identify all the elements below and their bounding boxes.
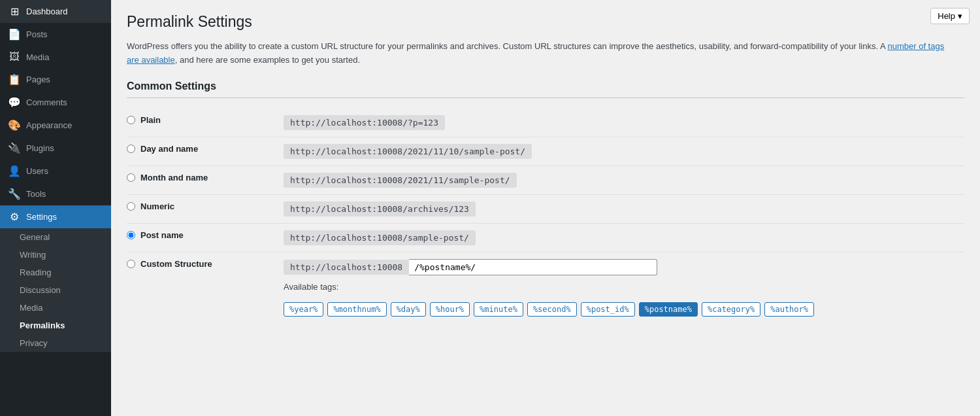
option-value-post-name: http://localhost:10008/sample-post/ bbox=[284, 230, 476, 245]
tag-btn-postname[interactable]: %postname% bbox=[639, 302, 698, 317]
sidebar-item-tools[interactable]: 🔧Tools bbox=[0, 182, 111, 205]
posts-icon: 📄 bbox=[8, 28, 21, 41]
tag-btn-category[interactable]: %category% bbox=[702, 302, 760, 317]
plugins-icon: 🔌 bbox=[8, 142, 21, 154]
tag-btn-monthnum[interactable]: %monthnum% bbox=[327, 302, 386, 317]
option-label-text-plain: Plain bbox=[140, 115, 161, 125]
sidebar-item-label: Users bbox=[26, 166, 48, 176]
main-content: Help ▾ Permalink Settings WordPress offe… bbox=[111, 0, 980, 416]
option-label-text-numeric: Numeric bbox=[140, 201, 174, 211]
option-value-numeric: http://localhost:10008/archives/123 bbox=[284, 201, 476, 217]
option-row-month-and-name: Month and name http://localhost:10008/20… bbox=[127, 166, 964, 195]
chevron-down-icon: ▾ bbox=[958, 11, 962, 21]
tools-icon: 🔧 bbox=[8, 188, 21, 200]
custom-base-url: http://localhost:10008 bbox=[284, 260, 409, 275]
tag-btn-minute[interactable]: %minute% bbox=[474, 302, 523, 317]
radio-day-and-name[interactable] bbox=[127, 145, 135, 153]
option-row-plain: Plain http://localhost:10008/?p=123 bbox=[127, 109, 964, 137]
option-label-text-post-name: Post name bbox=[140, 230, 184, 240]
help-button[interactable]: Help ▾ bbox=[930, 8, 970, 24]
custom-structure-input[interactable] bbox=[409, 259, 657, 275]
sidebar-item-posts[interactable]: 📄Posts bbox=[0, 23, 111, 46]
common-settings-title: Common Settings bbox=[127, 80, 964, 98]
tag-btn-year[interactable]: %year% bbox=[284, 302, 323, 317]
radio-post-name[interactable] bbox=[127, 231, 135, 239]
submenu-item-privacy[interactable]: Privacy bbox=[0, 334, 111, 352]
sidebar-item-pages[interactable]: 📋Pages bbox=[0, 68, 111, 91]
submenu-item-general[interactable]: General bbox=[0, 228, 111, 246]
option-value-plain: http://localhost:10008/?p=123 bbox=[284, 115, 445, 130]
radio-numeric[interactable] bbox=[127, 202, 135, 211]
option-label-post-name[interactable]: Post name bbox=[127, 230, 284, 240]
submenu-item-writing[interactable]: Writing bbox=[0, 246, 111, 264]
sidebar-item-settings[interactable]: ⚙Settings bbox=[0, 205, 111, 228]
custom-url-row: http://localhost:10008 bbox=[284, 259, 814, 275]
option-label-custom-structure[interactable]: Custom Structure bbox=[127, 259, 284, 269]
option-row-numeric: Numeric http://localhost:10008/archives/… bbox=[127, 195, 964, 224]
option-label-day-and-name[interactable]: Day and name bbox=[127, 144, 284, 154]
sidebar-item-label: Dashboard bbox=[26, 7, 68, 16]
custom-structure-inputs: http://localhost:10008 Available tags: %… bbox=[284, 259, 814, 317]
sidebar-item-label: Comments bbox=[26, 97, 67, 107]
permalink-options: Plain http://localhost:10008/?p=123 Day … bbox=[127, 109, 964, 323]
sidebar: ⊞Dashboard📄Posts🖼Media📋Pages💬Comments🎨Ap… bbox=[0, 0, 111, 416]
dashboard-icon: ⊞ bbox=[8, 5, 21, 18]
users-icon: 👤 bbox=[8, 165, 21, 177]
submenu-item-permalinks[interactable]: Permalinks bbox=[0, 317, 111, 334]
option-row-post-name: Post name http://localhost:10008/sample-… bbox=[127, 224, 964, 252]
option-value-month-and-name: http://localhost:10008/2021/11/sample-po… bbox=[284, 173, 517, 188]
page-title: Permalink Settings bbox=[127, 13, 964, 31]
description-text-after: , and here are some examples to get you … bbox=[175, 55, 360, 65]
option-label-text-month-and-name: Month and name bbox=[140, 173, 208, 182]
available-tags-label: Available tags: bbox=[284, 282, 814, 292]
tag-btn-author[interactable]: %author% bbox=[764, 302, 814, 317]
sidebar-item-plugins[interactable]: 🔌Plugins bbox=[0, 137, 111, 160]
option-label-text-custom: Custom Structure bbox=[140, 259, 212, 269]
option-label-numeric[interactable]: Numeric bbox=[127, 201, 284, 211]
option-row-custom-structure: Custom Structure http://localhost:10008 … bbox=[127, 252, 964, 323]
sidebar-item-label: Posts bbox=[26, 29, 48, 39]
tag-btn-hour[interactable]: %hour% bbox=[430, 302, 470, 317]
help-label: Help bbox=[938, 11, 955, 21]
radio-plain[interactable] bbox=[127, 116, 135, 124]
settings-icon: ⚙ bbox=[8, 211, 21, 223]
media-icon: 🖼 bbox=[8, 51, 21, 63]
radio-month-and-name[interactable] bbox=[127, 173, 135, 182]
submenu-item-media[interactable]: Media bbox=[0, 299, 111, 317]
sidebar-item-label: Appearance bbox=[26, 120, 72, 130]
appearance-icon: 🎨 bbox=[8, 119, 21, 131]
tags-container: %year%%monthnum%%day%%hour%%minute%%seco… bbox=[284, 302, 814, 317]
sidebar-item-label: Plugins bbox=[26, 143, 54, 153]
description-text-before: WordPress offers you the ability to crea… bbox=[127, 41, 887, 51]
sidebar-item-label: Tools bbox=[26, 189, 46, 199]
tag-btn-second[interactable]: %second% bbox=[527, 302, 577, 317]
tag-btn-post_id[interactable]: %post_id% bbox=[581, 302, 635, 317]
radio-custom-structure[interactable] bbox=[127, 260, 135, 268]
comments-icon: 💬 bbox=[8, 96, 21, 109]
option-label-text-day-and-name: Day and name bbox=[140, 144, 198, 154]
page-description: WordPress offers you the ability to crea… bbox=[127, 40, 950, 67]
sidebar-item-label: Media bbox=[26, 52, 49, 62]
tag-btn-day[interactable]: %day% bbox=[391, 302, 426, 317]
sidebar-item-label: Settings bbox=[26, 212, 57, 222]
sidebar-item-comments[interactable]: 💬Comments bbox=[0, 91, 111, 114]
sidebar-item-dashboard[interactable]: ⊞Dashboard bbox=[0, 0, 111, 23]
option-value-day-and-name: http://localhost:10008/2021/11/10/sample… bbox=[284, 144, 532, 159]
sidebar-item-label: Pages bbox=[26, 75, 50, 84]
sidebar-item-appearance[interactable]: 🎨Appearance bbox=[0, 114, 111, 137]
sidebar-item-users[interactable]: 👤Users bbox=[0, 160, 111, 182]
sidebar-item-media[interactable]: 🖼Media bbox=[0, 46, 111, 68]
submenu-item-discussion[interactable]: Discussion bbox=[0, 281, 111, 299]
settings-submenu: GeneralWritingReadingDiscussionMediaPerm… bbox=[0, 228, 111, 352]
pages-icon: 📋 bbox=[8, 73, 21, 86]
option-label-month-and-name[interactable]: Month and name bbox=[127, 173, 284, 182]
option-row-day-and-name: Day and name http://localhost:10008/2021… bbox=[127, 137, 964, 166]
submenu-item-reading[interactable]: Reading bbox=[0, 264, 111, 281]
option-label-plain[interactable]: Plain bbox=[127, 115, 284, 125]
